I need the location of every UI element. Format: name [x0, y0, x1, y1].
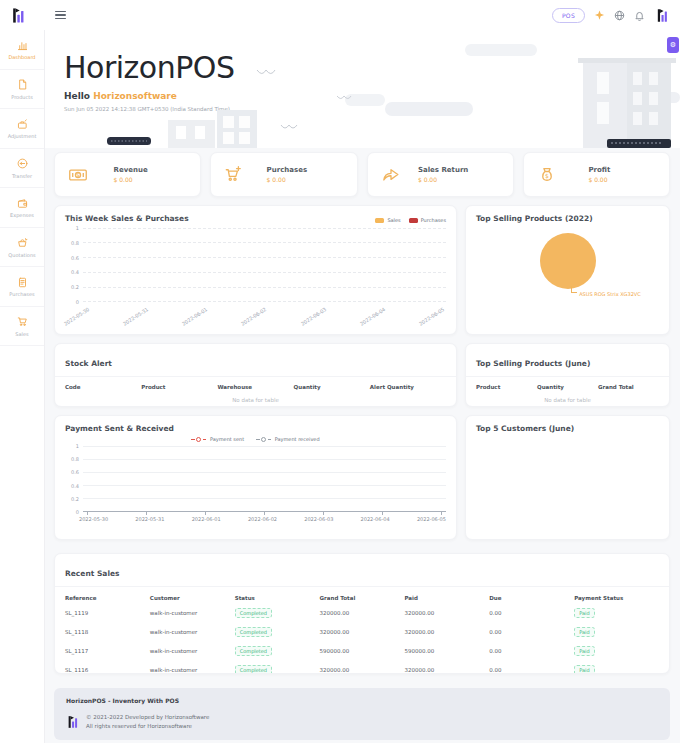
payment-chart-plot: 1 0.8 0.6	[65, 446, 446, 512]
cell-payment-status: Paid	[574, 608, 659, 618]
adjustment-icon	[16, 118, 29, 131]
current-datetime: Sun Jun 05 2022 14:12:38 GMT+0530 (India…	[64, 106, 680, 112]
chart-legend: Sales Purchases	[375, 217, 446, 223]
cell-grand-total: 320000.00	[320, 667, 405, 673]
status-badge: Completed	[235, 646, 272, 656]
week-chart-x-axis: 2022-05-30 2022-05-31 2022-06-01 2022-06…	[87, 305, 442, 322]
x-tick-label: 2022-06-05	[417, 516, 446, 522]
legend-marker	[261, 437, 266, 442]
legend-swatch	[375, 218, 384, 223]
table-row[interactable]: SL_1117 walk-in-customer Completed 59000…	[55, 641, 669, 660]
customizer-gear-button[interactable]: ⚙	[667, 37, 679, 53]
sidebar-item-dashboard[interactable]: Dashboard	[0, 30, 44, 70]
topbar-actions: POS	[552, 7, 670, 23]
tables-row: Stock Alert CodeProductWarehouseQuantity…	[54, 343, 670, 407]
table-title: Recent Sales	[65, 569, 120, 578]
cell-paid: 320000.00	[404, 610, 489, 616]
top-customers-card: Top 5 Customers (June)	[465, 415, 670, 540]
greeting: Hello Horizonsoftware	[64, 91, 680, 101]
cell-payment-status: Paid	[574, 665, 659, 675]
table-title: Top Selling Products (June)	[476, 359, 590, 368]
payment-chart-legend: Payment sent Payment received	[65, 436, 446, 442]
recent-sales-card: Recent Sales ReferenceCustomerStatusGran…	[54, 553, 670, 674]
column-header: Grand Total	[320, 595, 405, 601]
cell-status: Completed	[235, 608, 320, 618]
svg-text:$: $	[76, 171, 80, 177]
cell-paid: 320000.00	[404, 667, 489, 673]
sidebar-item-expenses[interactable]: Expenses	[0, 188, 44, 228]
pie-chart[interactable]	[540, 233, 596, 289]
cell-reference: SL_1118	[65, 629, 150, 635]
sidebar-item-adjustment[interactable]: Adjustment	[0, 109, 44, 149]
sidebar-item-sales[interactable]: Sales	[0, 307, 44, 347]
legend-item[interactable]: Payment sent	[191, 436, 244, 442]
x-tick-label: 2022-06-01	[192, 516, 221, 522]
cell-paid: 590000.00	[404, 648, 489, 654]
expenses-wallet-icon	[16, 197, 29, 210]
cell-reference: SL_1117	[65, 648, 150, 654]
cell-due: 0.00	[489, 610, 574, 616]
column-header: Due	[489, 595, 574, 601]
sidebar-item-products[interactable]: Products	[0, 70, 44, 110]
sales-return-card[interactable]: Sales Return $ 0.00	[367, 152, 514, 197]
legend-swatch	[409, 218, 418, 223]
card-title: Top 5 Customers (June)	[476, 424, 659, 433]
table-row[interactable]: SL_1118 walk-in-customer Completed 32000…	[55, 622, 669, 641]
pos-button[interactable]: POS	[552, 8, 585, 23]
cell-due: 0.00	[489, 667, 574, 673]
profit-card[interactable]: $ Profit $ 0.00	[523, 152, 670, 197]
money-bag-icon: $	[536, 164, 558, 186]
sidebar-item-purchases[interactable]: Purchases	[0, 267, 44, 307]
legend-item[interactable]: Payment received	[256, 436, 319, 442]
payment-status-badge: Paid	[574, 627, 594, 637]
hero-banner: HorizonPOS Hello Horizonsoftware Sun Jun…	[45, 30, 680, 148]
table-row[interactable]: SL_1119 walk-in-customer Completed 32000…	[55, 603, 669, 622]
column-header: Paid	[404, 595, 489, 601]
menu-toggle-button[interactable]	[55, 11, 66, 19]
x-tick-label: 2022-06-04	[361, 516, 390, 522]
table-row[interactable]: SL_1116 walk-in-customer Completed 32000…	[55, 660, 669, 674]
x-tick-label: 2022-05-31	[135, 516, 164, 522]
sidebar-nav: Dashboard Products Adjustment Transfer E…	[0, 30, 45, 743]
cell-paid: 320000.00	[404, 629, 489, 635]
legend-item[interactable]: Purchases	[409, 217, 446, 223]
stat-cards-row: $ Revenue $ 0.00 Purchases $ 0.00	[54, 152, 670, 197]
language-globe-icon[interactable]	[614, 10, 625, 21]
column-header: Reference	[65, 595, 150, 601]
sidebar-item-quotations[interactable]: Quotations	[0, 228, 44, 268]
column-header: Product	[476, 384, 537, 390]
footer-logo-icon	[66, 715, 80, 729]
sparkle-theme-icon[interactable]	[594, 10, 605, 21]
user-avatar[interactable]	[654, 7, 670, 23]
cash-icon: $	[67, 164, 89, 186]
empty-state: No data for table	[55, 397, 456, 403]
footer-app-name: HorizonPOS - Inventory With POS	[66, 697, 658, 704]
cell-grand-total: 320000.00	[320, 629, 405, 635]
svg-text:$: $	[545, 171, 549, 178]
cart-plus-icon	[223, 164, 245, 186]
payment-chart-card: Payment Sent & Received Payment sent	[54, 415, 457, 540]
june-products-headers: ProductQuantityGrand Total	[466, 377, 669, 390]
legend-item[interactable]: Sales	[375, 217, 400, 223]
app-logo-icon[interactable]	[10, 7, 27, 24]
x-tick-label: 2022-05-30	[79, 516, 108, 522]
purchases-receipt-icon	[16, 276, 29, 289]
revenue-card[interactable]: $ Revenue $ 0.00	[54, 152, 201, 197]
sidebar-item-transfer[interactable]: Transfer	[0, 149, 44, 189]
purchases-card[interactable]: Purchases $ 0.00	[210, 152, 357, 197]
cell-reference: SL_1119	[65, 610, 150, 616]
empty-state: No data for table	[466, 397, 669, 403]
cell-due: 0.00	[489, 629, 574, 635]
pie-callout: ASUS ROG Strix XG32VC	[571, 290, 659, 297]
cell-status: Completed	[235, 627, 320, 637]
charts-row: This Week Sales & Purchases Sales Purcha…	[54, 205, 670, 335]
notifications-bell-icon[interactable]	[634, 10, 645, 21]
x-tick-label: 2022-06-03	[304, 516, 333, 522]
payments-row: Payment Sent & Received Payment sent	[54, 415, 670, 540]
page-footer: HorizonPOS - Inventory With POS © 2021-2…	[54, 688, 670, 740]
cell-status: Completed	[235, 646, 320, 656]
top-products-2022-card: Top Selling Products (2022) ASUS ROG Str…	[465, 205, 670, 335]
top-products-june-card: Top Selling Products (June) ProductQuant…	[465, 343, 670, 407]
legend-marker	[196, 437, 201, 442]
top-bar: POS	[0, 0, 680, 30]
